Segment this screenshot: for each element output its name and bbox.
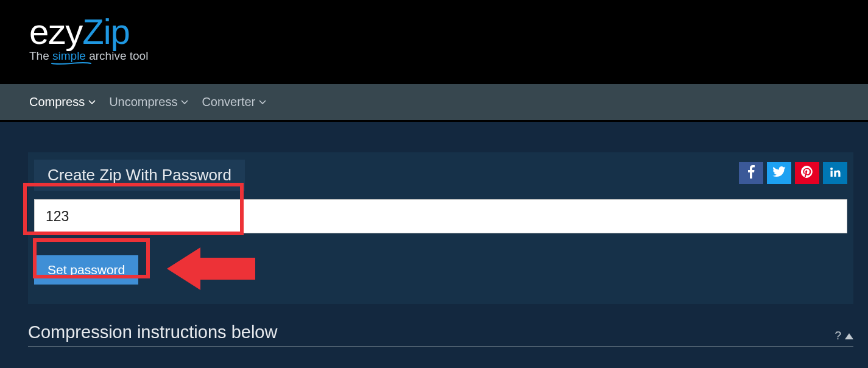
instructions-title: Compression instructions below: [28, 322, 277, 342]
caret-down-icon: [88, 100, 96, 105]
pinterest-icon: [801, 166, 813, 180]
nav-compress[interactable]: Compress: [29, 95, 96, 109]
instructions-toggle[interactable]: ?: [834, 329, 853, 342]
twitter-share-button[interactable]: [767, 162, 791, 184]
help-icon: ?: [834, 329, 841, 342]
svg-marker-0: [167, 247, 255, 290]
password-input[interactable]: [34, 199, 847, 233]
pinterest-share-button[interactable]: [795, 162, 819, 184]
linkedin-icon: [829, 166, 841, 180]
facebook-share-button[interactable]: [739, 162, 763, 184]
annotation-arrow-icon: [164, 244, 261, 295]
caret-up-icon: [845, 329, 853, 342]
card-header: Create Zip With Password: [28, 152, 853, 191]
logo-text-ezy: ezy: [29, 11, 82, 52]
main-content: Create Zip With Password Set p: [0, 122, 868, 347]
set-password-button[interactable]: Set password: [34, 255, 138, 285]
instructions-section[interactable]: Compression instructions below ?: [28, 322, 853, 347]
nav-converter[interactable]: Converter: [202, 95, 266, 109]
header: ezyZip The simple archive tool: [0, 0, 868, 84]
nav-uncompress[interactable]: Uncompress: [109, 95, 188, 109]
nav-label: Uncompress: [109, 95, 177, 109]
linkedin-share-button[interactable]: [823, 162, 847, 184]
social-share: [739, 160, 847, 184]
card-title: Create Zip With Password: [34, 160, 245, 191]
logo-text-zip: Zip: [82, 11, 130, 52]
caret-down-icon: [181, 100, 188, 105]
tagline: The simple archive tool: [29, 49, 868, 63]
password-input-wrap: [34, 199, 847, 233]
tagline-post: archive tool: [86, 49, 148, 62]
caret-down-icon: [259, 100, 266, 105]
svg-marker-1: [845, 333, 853, 339]
nav-label: Converter: [202, 95, 255, 109]
twitter-icon: [772, 166, 786, 180]
nav-label: Compress: [29, 95, 85, 109]
logo[interactable]: ezyZip: [29, 11, 868, 52]
navbar: Compress Uncompress Converter: [0, 84, 868, 122]
password-card: Create Zip With Password Set p: [28, 152, 853, 304]
tagline-pre: The: [29, 49, 52, 62]
facebook-icon: [747, 165, 755, 181]
button-row: Set password: [34, 244, 853, 295]
tagline-simple: simple: [52, 49, 86, 62]
